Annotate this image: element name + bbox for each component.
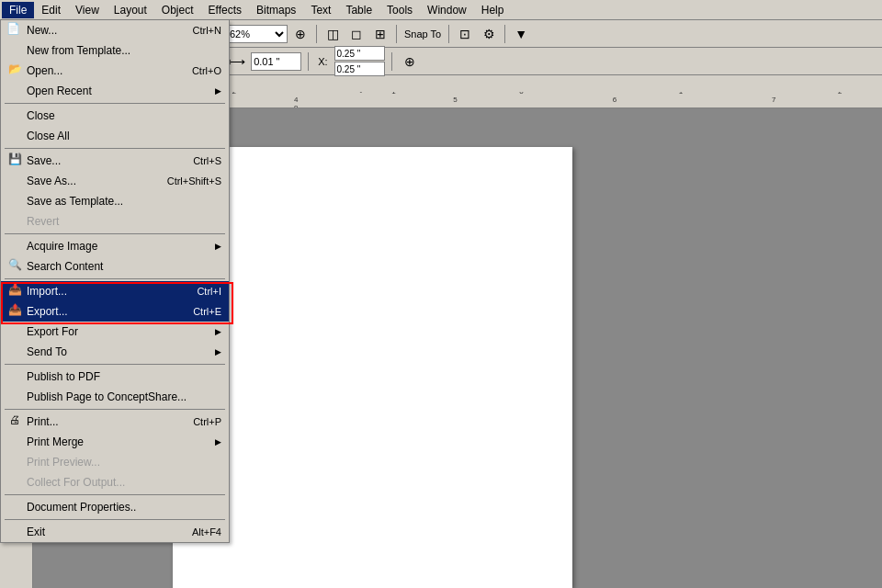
zoom-select[interactable]: 62% 50% 75% 100% [223,25,288,43]
menu-open[interactable]: Open... Ctrl+O [1,61,229,81]
menu-save-as-template[interactable]: Save as Template... [1,191,229,211]
menu-close[interactable]: Close [1,106,229,126]
menubar-table[interactable]: Table [338,2,379,18]
menubar-edit[interactable]: Edit [34,2,68,18]
menu-import[interactable]: Import... Ctrl+I [1,281,229,301]
menubar: File Edit View Layout Object Effects Bit… [0,0,882,20]
menu-open-recent[interactable]: Open Recent [1,81,229,101]
view-btn2[interactable]: ◻ [345,23,368,45]
open-icon: 📂 [6,61,23,77]
menubar-text[interactable]: Text [303,2,338,18]
y-input[interactable] [334,62,385,76]
menu-export[interactable]: Export... Ctrl+E [1,301,229,322]
menu-save[interactable]: Save... Ctrl+S [1,151,229,171]
sep-1 [5,103,225,104]
sep-8 [5,519,225,520]
menu-document-properties[interactable]: Document Properties.. [1,497,229,517]
menu-publish-pdf[interactable]: Publish to PDF [1,367,229,387]
zoom-fit-btn[interactable]: ⊕ [289,23,311,45]
menu-search-content[interactable]: Search Content [1,256,229,277]
sep6 [448,25,449,43]
sep-5 [5,364,225,365]
menu-close-all[interactable]: Close All [1,126,229,146]
expand-btn[interactable]: ⊕ [399,51,421,73]
import-icon: 📥 [6,281,23,298]
view-btn3[interactable]: ⊞ [369,23,391,45]
menu-send-to[interactable]: Send To [1,342,229,362]
menu-print[interactable]: Print... Ctrl+P [1,412,229,432]
menu-collect-output: Collect For Output... [1,472,229,492]
print-icon: 🖨 [6,412,23,428]
snap-btn2[interactable]: ⚙ [478,23,500,45]
menu-new-from-template[interactable]: New from Template... [1,40,229,61]
save-icon: 💾 [6,151,23,167]
menu-export-for[interactable]: Export For [1,322,229,342]
canvas-page [173,147,572,588]
menubar-layout[interactable]: Layout [107,2,154,18]
view-btn1[interactable]: ◫ [322,23,344,45]
sep10 [308,52,309,71]
menu-new[interactable]: New... Ctrl+N [1,20,229,40]
menubar-window[interactable]: Window [420,2,474,18]
options-btn[interactable]: ▼ [510,23,532,45]
snap-btn1[interactable]: ⊡ [454,23,476,45]
search-content-icon: 🔍 [6,256,23,273]
menu-print-preview: Print Preview... [1,452,229,472]
sep11 [391,52,392,71]
menu-exit[interactable]: Exit Alt+F4 [1,522,229,542]
menubar-bitmaps[interactable]: Bitmaps [249,2,303,18]
menu-revert: Revert [1,211,229,232]
sep-4 [5,278,225,279]
menubar-effects[interactable]: Effects [201,2,249,18]
menubar-object[interactable]: Object [154,2,201,18]
export-icon: 📤 [6,301,23,318]
snap-label: Snap To [401,28,444,40]
x-label: X: [315,56,330,67]
sep-3 [5,233,225,234]
menubar-help[interactable]: Help [474,2,512,18]
nudge-input[interactable] [251,52,301,71]
sep-2 [5,148,225,149]
sep-7 [5,494,225,495]
file-dropdown-menu: 📄 New... Ctrl+N New from Template... 📂 O… [0,20,230,543]
menubar-file[interactable]: File [2,2,34,18]
menu-save-as[interactable]: Save As... Ctrl+Shift+S [1,171,229,191]
x-input[interactable] [334,46,385,61]
sep-6 [5,409,225,410]
menubar-view[interactable]: View [68,2,107,18]
sep5 [396,25,397,43]
menu-publish-conceptshare[interactable]: Publish Page to ConceptShare... [1,387,229,407]
menu-print-merge[interactable]: Print Merge [1,432,229,452]
menu-acquire-image[interactable]: Acquire Image [1,236,229,256]
sep7 [504,25,505,43]
sep4 [316,25,317,43]
menubar-tools[interactable]: Tools [379,2,420,18]
new-icon: 📄 [5,20,21,37]
